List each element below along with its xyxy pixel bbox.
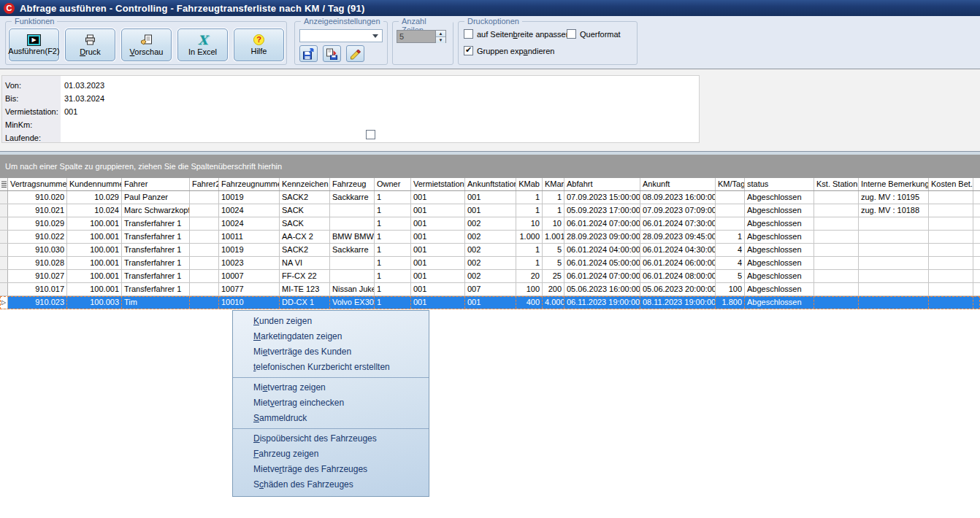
row-selector[interactable]	[0, 217, 8, 230]
column-header[interactable]: Owner	[375, 178, 411, 190]
column-header[interactable]: Ankunftstation	[465, 178, 516, 190]
table-cell[interactable]	[330, 204, 375, 217]
table-cell[interactable]: 1	[543, 191, 564, 204]
table-cell[interactable]: 100.001	[67, 283, 122, 295]
print-button[interactable]: Druck	[65, 28, 115, 61]
table-row[interactable]: 910.02010.029Paul Panzer10019SACK2Sackka…	[0, 191, 980, 204]
column-header[interactable]: Fahrer	[122, 178, 190, 190]
table-cell[interactable]: FF-CX 22	[280, 270, 330, 282]
table-row[interactable]: 910.02110.024Marc Schwarzkopf10024SACK10…	[0, 204, 980, 217]
table-cell[interactable]: 100	[516, 283, 543, 295]
table-row[interactable]: ▷910.023100.003Tim10010DD-CX 1Volvo EX30…	[0, 296, 980, 309]
menu-item[interactable]: Sammeldruck	[233, 411, 429, 426]
table-cell[interactable]: 007	[465, 283, 516, 295]
table-cell[interactable]	[190, 270, 219, 282]
table-cell[interactable]: 28.09.2023 09:00:00	[564, 231, 640, 243]
row-selector[interactable]	[0, 257, 8, 269]
table-cell[interactable]: 5	[543, 257, 564, 269]
laufende-checkbox[interactable]	[366, 130, 375, 139]
table-cell[interactable]: 1	[516, 204, 543, 217]
spinner-down-icon[interactable]: ▼	[436, 36, 445, 43]
table-row[interactable]: 910.022100.001Transferfahrer 110011AA-CX…	[0, 231, 980, 244]
table-cell[interactable]: 10	[516, 217, 543, 230]
table-cell[interactable]: Abgeschlossen	[745, 270, 814, 282]
table-cell[interactable]: 910.020	[8, 191, 67, 204]
table-cell[interactable]	[716, 191, 745, 204]
menu-item[interactable]: telefonischen Kurzbericht erstellten	[233, 360, 429, 375]
table-row[interactable]: 910.030100.001Transferfahrer 110019SACK2…	[0, 244, 980, 257]
column-header[interactable]: Abfahrt	[564, 178, 640, 190]
table-cell[interactable]: 06.01.2024 04:30:00	[640, 244, 716, 256]
table-cell[interactable]: 06.01.2024 07:00:00	[564, 217, 640, 230]
column-header[interactable]: Fahrzeugnummer	[219, 178, 280, 190]
table-cell[interactable]: 08.09.2023 16:00:00	[640, 191, 716, 204]
table-cell[interactable]: MI-TE 123	[280, 283, 330, 295]
table-cell[interactable]: AA-CX 2	[280, 231, 330, 243]
table-cell[interactable]: SACK	[280, 217, 330, 230]
table-cell[interactable]: Volvo EX30	[330, 296, 375, 309]
column-header[interactable]: Kundennummer	[67, 178, 122, 190]
table-cell[interactable]	[929, 231, 973, 243]
table-cell[interactable]	[859, 231, 929, 243]
table-cell[interactable]: Nissan Juke	[330, 283, 375, 295]
row-selector[interactable]	[0, 270, 8, 282]
table-cell[interactable]: 05.06.2023 16:00:00	[564, 283, 640, 295]
table-cell[interactable]: 400	[516, 296, 543, 309]
save-settings-button[interactable]	[299, 45, 318, 62]
table-cell[interactable]: 06.01.2024 08:00:00	[640, 270, 716, 282]
table-cell[interactable]: Abgeschlossen	[745, 204, 814, 217]
column-header[interactable]: KM/Tag	[716, 178, 745, 190]
table-cell[interactable]: 100.001	[67, 270, 122, 282]
menu-item[interactable]: Mietverträge des Kunden	[233, 344, 429, 360]
table-cell[interactable]	[859, 270, 929, 282]
menu-item[interactable]: Schäden des Fahrzeuges	[233, 477, 429, 492]
column-header[interactable]: status	[745, 178, 814, 190]
table-cell[interactable]: Transferfahrer 1	[122, 231, 190, 243]
table-cell[interactable]: Paul Panzer	[122, 191, 190, 204]
table-cell[interactable]: 002	[465, 217, 516, 230]
table-cell[interactable]: 100.003	[67, 296, 122, 309]
table-cell[interactable]: 002	[465, 244, 516, 256]
table-cell[interactable]	[859, 217, 929, 230]
table-cell[interactable]: 07.09.2023 15:00:00	[564, 191, 640, 204]
table-cell[interactable]: 001	[465, 191, 516, 204]
table-cell[interactable]: 10.024	[67, 204, 122, 217]
table-cell[interactable]: 10	[543, 217, 564, 230]
table-cell[interactable]: 001	[465, 204, 516, 217]
table-cell[interactable]: SACK2	[280, 244, 330, 256]
table-cell[interactable]: Abgeschlossen	[745, 217, 814, 230]
table-cell[interactable]: 10011	[219, 231, 280, 243]
table-cell[interactable]: 1	[375, 296, 411, 309]
table-cell[interactable]: 001	[411, 191, 465, 204]
table-cell[interactable]	[190, 296, 219, 309]
table-cell[interactable]	[814, 283, 859, 295]
table-cell[interactable]: 001	[411, 204, 465, 217]
table-cell[interactable]	[190, 257, 219, 269]
table-cell[interactable]: 10023	[219, 257, 280, 269]
table-cell[interactable]: 20	[516, 270, 543, 282]
table-cell[interactable]	[814, 217, 859, 230]
table-cell[interactable]: Abgeschlossen	[745, 191, 814, 204]
table-cell[interactable]: NA VI	[280, 257, 330, 269]
table-cell[interactable]: 10024	[219, 204, 280, 217]
table-cell[interactable]: 05.09.2023 17:00:00	[564, 204, 640, 217]
column-header[interactable]: Vertragsnummer	[8, 178, 67, 190]
table-cell[interactable]: 002	[465, 231, 516, 243]
table-cell[interactable]: Abgeschlossen	[745, 244, 814, 256]
table-cell[interactable]: 910.029	[8, 217, 67, 230]
table-cell[interactable]	[814, 257, 859, 269]
column-header[interactable]: Ankunft	[640, 178, 716, 190]
table-cell[interactable]: 002	[465, 257, 516, 269]
table-cell[interactable]: Abgeschlossen	[745, 283, 814, 295]
table-cell[interactable]: 1	[375, 270, 411, 282]
table-cell[interactable]: 1	[375, 257, 411, 269]
table-cell[interactable]: 1	[375, 191, 411, 204]
table-cell[interactable]: 910.022	[8, 231, 67, 243]
table-cell[interactable]: 08.11.2023 19:00:00	[640, 296, 716, 309]
table-cell[interactable]: SACK2	[280, 191, 330, 204]
menu-item[interactable]: Mietverträge des Fahrzeuges	[233, 462, 429, 477]
preview-button[interactable]: Vorschau	[121, 28, 172, 61]
table-cell[interactable]: 001	[465, 296, 516, 309]
table-cell[interactable]: 910.021	[8, 204, 67, 217]
table-cell[interactable]: 001	[411, 296, 465, 309]
